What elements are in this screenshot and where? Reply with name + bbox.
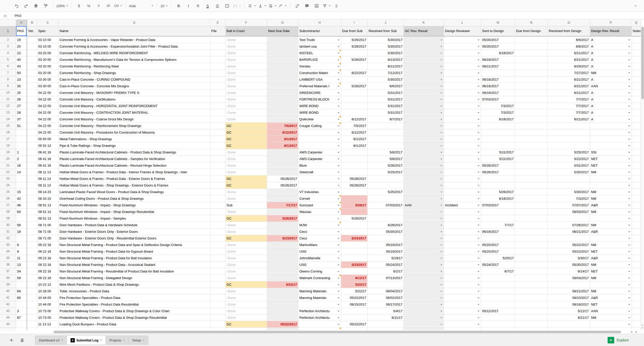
cell-Q31[interactable] xyxy=(632,228,641,235)
cell-F33[interactable]: -Done xyxy=(226,242,267,248)
cell-F11[interactable]: -Done xyxy=(226,96,267,103)
row-header-17[interactable]: 17 xyxy=(0,136,16,142)
cell-N17[interactable] xyxy=(515,136,548,142)
cell-G45[interactable]: 05/22/2017 xyxy=(267,321,298,328)
cell-D40[interactable]: Toilet Accessories - Product Data xyxy=(59,288,210,295)
cell-G32[interactable]: 6/23/2017 xyxy=(267,235,298,242)
cell-J15[interactable] xyxy=(368,123,404,129)
cell-N26[interactable] xyxy=(515,195,548,202)
cell-E6[interactable] xyxy=(210,63,226,70)
cell-E36[interactable] xyxy=(210,262,226,268)
dropdown-arrow-icon[interactable] xyxy=(338,225,340,226)
cell-N37[interactable] xyxy=(515,268,548,275)
cell-C45[interactable]: 11 13 13 xyxy=(37,321,59,328)
cell-F35[interactable]: -Done xyxy=(226,255,267,262)
cell-B25[interactable] xyxy=(27,189,37,195)
functions-button[interactable]: Σ xyxy=(332,2,341,10)
row-header-41[interactable]: 41 xyxy=(0,295,16,301)
cell-Q24[interactable] xyxy=(632,182,641,189)
cell-I6[interactable] xyxy=(341,63,368,70)
cell-E41[interactable] xyxy=(210,295,226,301)
cell-A30[interactable]: 58 xyxy=(16,222,27,228)
cell-A28[interactable]: 63 xyxy=(16,209,27,215)
cell-M26[interactable]: 6/16/2017 xyxy=(481,195,515,202)
cell-F26[interactable]: -Done xyxy=(226,195,267,202)
dropdown-arrow-icon[interactable] xyxy=(440,46,442,47)
cell-O31[interactable]: 06/21/2017 xyxy=(548,228,590,235)
cell-G3[interactable] xyxy=(267,43,298,50)
cell-N35[interactable] xyxy=(515,255,548,262)
strikethrough-button[interactable]: S xyxy=(193,2,203,10)
dropdown-arrow-icon[interactable] xyxy=(628,139,630,140)
cell-D30[interactable]: Door Hardware - Product Data & Hardware … xyxy=(59,222,210,228)
cell-N38[interactable] xyxy=(515,275,548,281)
dropdown-arrow-icon[interactable] xyxy=(440,278,442,279)
cell-G18[interactable]: 6/1/2017 xyxy=(267,142,298,149)
cell-H21[interactable]: Blum xyxy=(298,162,341,169)
cell-I20[interactable] xyxy=(341,156,368,162)
cell-O8[interactable]: 6/21/2017 xyxy=(548,76,590,83)
cell-E32[interactable] xyxy=(210,235,226,242)
dropdown-arrow-icon[interactable] xyxy=(628,86,630,87)
dropdown-arrow-icon[interactable] xyxy=(440,211,442,213)
cell-A42[interactable] xyxy=(16,301,27,308)
cell-B7[interactable] xyxy=(27,70,37,76)
row-header-5[interactable]: 5 xyxy=(0,56,16,63)
cell-C39[interactable]: 10 22 13 xyxy=(37,281,59,288)
cell-H12[interactable]: WIRE BOND xyxy=(298,103,341,109)
cell-O9[interactable]: 6/21/2017 xyxy=(548,83,590,90)
cell-F45[interactable]: GC xyxy=(226,321,267,328)
cell-K4[interactable] xyxy=(404,50,444,56)
cell-M17[interactable] xyxy=(481,136,515,142)
cell-E9[interactable] xyxy=(210,83,226,90)
cell-J16[interactable] xyxy=(368,129,404,136)
cell-Q43[interactable] xyxy=(632,308,641,314)
cell-F14[interactable]: -Done xyxy=(226,116,267,123)
column-header-D[interactable]: D xyxy=(59,20,210,26)
cell-B9[interactable] xyxy=(27,83,37,90)
column-header-O[interactable]: O xyxy=(548,20,590,26)
dropdown-arrow-icon[interactable] xyxy=(628,119,630,120)
cell-L9[interactable] xyxy=(444,83,481,90)
cell-J32[interactable] xyxy=(368,235,404,242)
cell-G5[interactable] xyxy=(267,56,298,63)
cell-E12[interactable] xyxy=(210,103,226,109)
cell-C12[interactable]: 04 22 00 xyxy=(37,103,59,109)
cell-N46[interactable] xyxy=(515,328,548,330)
cell-C40[interactable]: 10 28 00 xyxy=(37,288,59,295)
insert-comment-button[interactable] xyxy=(302,2,312,10)
cell-M33[interactable]: 05/20/2017 xyxy=(481,242,515,248)
cell-G44[interactable] xyxy=(267,314,298,321)
cell-P29[interactable] xyxy=(590,215,632,222)
cell-E26[interactable] xyxy=(210,195,226,202)
row-header-40[interactable]: 40 xyxy=(0,288,16,295)
cell-E15[interactable] xyxy=(210,123,226,129)
cell-B28[interactable] xyxy=(27,209,37,215)
cell-D10[interactable]: Concrete Unit Masonry - MASONRY PREMIX T… xyxy=(59,90,210,96)
cell-Q6[interactable] xyxy=(632,63,641,70)
cell-J6[interactable]: 6/21/2017 xyxy=(368,63,404,70)
cell-B41[interactable] xyxy=(27,295,37,301)
cell-K24[interactable] xyxy=(404,182,444,189)
dropdown-arrow-icon[interactable] xyxy=(478,152,480,153)
cell-E11[interactable] xyxy=(210,96,226,103)
dropdown-arrow-icon[interactable] xyxy=(628,106,630,107)
cell-F30[interactable]: -Done xyxy=(226,222,267,228)
cell-A4[interactable]: 22 xyxy=(16,50,27,56)
cell-C8[interactable]: 03 30 00 xyxy=(37,76,59,83)
cell-H38[interactable]: Walmark Contracting xyxy=(298,275,341,281)
dropdown-arrow-icon[interactable] xyxy=(338,297,340,299)
dropdown-arrow-icon[interactable] xyxy=(628,198,630,199)
cell-E20[interactable] xyxy=(210,156,226,162)
dropdown-arrow-icon[interactable] xyxy=(478,139,480,140)
cell-Q17[interactable] xyxy=(632,136,641,142)
cell-L22[interactable] xyxy=(444,169,481,176)
cell-H5[interactable]: BARSPLICE xyxy=(298,56,341,63)
cell-F27[interactable]: Sub xyxy=(226,202,267,209)
all-sheets-button[interactable] xyxy=(18,336,26,344)
header-cell-M[interactable]: Sent to Design xyxy=(481,26,515,37)
collapse-toolbar-button[interactable] xyxy=(631,2,640,10)
cell-P20[interactable]: NET xyxy=(590,156,632,162)
dropdown-arrow-icon[interactable] xyxy=(338,218,340,219)
cell-I29[interactable]: 5/26/2017 xyxy=(341,215,368,222)
